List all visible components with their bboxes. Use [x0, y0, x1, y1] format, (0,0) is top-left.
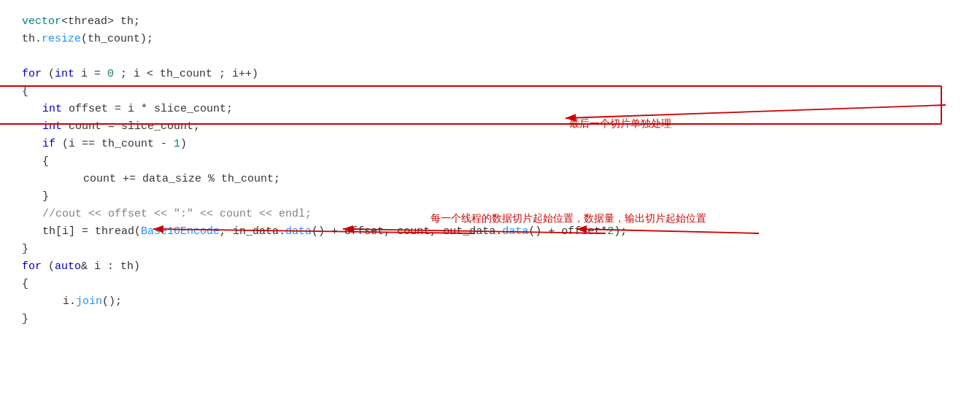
code-line-14: }: [22, 241, 958, 258]
code-container: vector<thread> th;th.resize(th_count); f…: [0, 0, 980, 404]
annotation-2: 每一个线程的数据切片起始位置，数据量，输出切片起始位置: [431, 210, 706, 226]
code-line-11: }: [22, 188, 958, 206]
code-line-2: th.resize(th_count);: [22, 31, 958, 48]
code-line-4: for (int i = 0 ; i < th_count ; i++): [22, 66, 958, 83]
code-line-10: count += data_size % th_count;: [22, 171, 958, 188]
code-line-15: for (auto& i : th): [22, 258, 958, 276]
code-line-7: int count = slice_count;: [22, 118, 958, 136]
annotation-1: 最后一个切片单独处理: [569, 115, 671, 131]
code-line-1: vector<thread> th;: [22, 13, 958, 31]
code-line-3: [22, 48, 958, 66]
code-line-6: int offset = i * slice_count;: [22, 101, 958, 118]
code-line-8: if (i == th_count - 1): [22, 136, 958, 153]
code-line-5: {: [22, 83, 958, 101]
code-line-17: i.join();: [22, 293, 958, 311]
code-line-9: {: [22, 153, 958, 171]
code-line-18: }: [22, 311, 958, 328]
code-line-16: {: [22, 276, 958, 293]
